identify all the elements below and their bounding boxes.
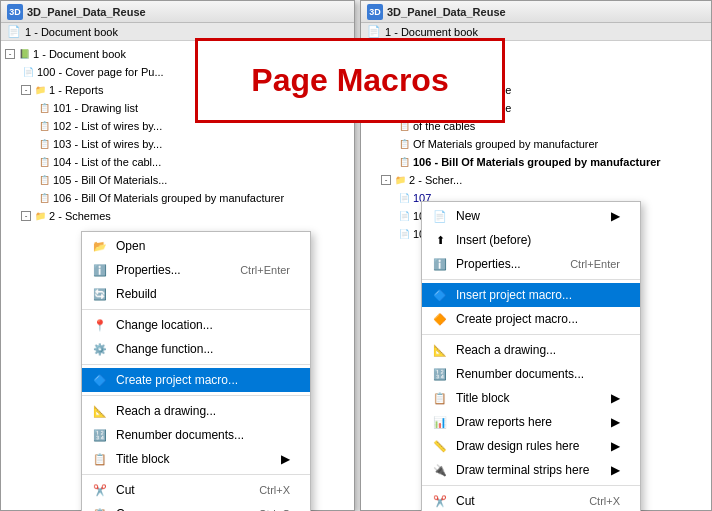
left-subtitle: 1 - Document book (25, 26, 118, 38)
menu-title-block2[interactable]: 📋 Title block ▶ (422, 386, 640, 410)
doc-icon: 📗 (17, 47, 31, 61)
scheme-icon: 📄 (397, 209, 411, 223)
expand-icon[interactable]: - (21, 211, 31, 221)
tree-item[interactable]: 📋 106 - Bill Of Materials grouped by man… (1, 189, 354, 207)
tree-label: 106 - Bill Of Materials grouped by manuf… (53, 190, 284, 206)
submenu-arrow-icon: ▶ (601, 209, 620, 223)
report-icon: 📋 (37, 119, 51, 133)
title-icon: 📋 (430, 390, 450, 406)
menu-separator (82, 474, 310, 475)
menu-draw-reports[interactable]: 📊 Draw reports here ▶ (422, 410, 640, 434)
renumber-icon: 🔢 (90, 427, 110, 443)
menu-change-function[interactable]: ⚙️ Change function... (82, 337, 310, 361)
report-icon: 📋 (37, 101, 51, 115)
menu-label: Properties... (116, 263, 181, 277)
expand-icon[interactable]: - (5, 49, 15, 59)
tree-item[interactable]: 📋 103 - List of wires by... (1, 135, 354, 153)
menu-separator (82, 309, 310, 310)
menu-label: Draw reports here (456, 415, 552, 429)
menu-rebuild[interactable]: 🔄 Rebuild (82, 282, 310, 306)
page-macros-popup: Page Macros (195, 38, 505, 123)
tree-label: 2 - Scher... (409, 172, 462, 188)
expand-icon[interactable]: - (381, 175, 391, 185)
expand-icon[interactable]: - (21, 85, 31, 95)
rebuild-icon: 🔄 (90, 286, 110, 302)
menu-label: Copy (116, 507, 144, 511)
left-title-bar: 3D 3D_Panel_Data_Reuse (1, 1, 354, 23)
report-icon: 📋 (37, 191, 51, 205)
menu-label: Renumber documents... (116, 428, 244, 442)
menu-change-location[interactable]: 📍 Change location... (82, 313, 310, 337)
menu-draw-terminal[interactable]: 🔌 Draw terminal strips here ▶ (422, 458, 640, 482)
menu-label: Change function... (116, 342, 213, 356)
menu-properties[interactable]: ℹ️ Properties... Ctrl+Enter (82, 258, 310, 282)
menu-reach-drawing[interactable]: 📐 Reach a drawing... (82, 399, 310, 423)
plc-icon: 📄 (397, 227, 411, 241)
tree-item[interactable]: 📋 104 - List of the cabl... (1, 153, 354, 171)
submenu-arrow-icon: ▶ (601, 439, 620, 453)
menu-separator (422, 279, 640, 280)
menu-cut2[interactable]: ✂️ Cut Ctrl+X (422, 489, 640, 511)
tree-label: 104 - List of the cabl... (53, 154, 161, 170)
menu-insert-before[interactable]: ⬆ Insert (before) (422, 228, 640, 252)
scissors-icon: ✂️ (430, 493, 450, 509)
menu-label: Reach a drawing... (456, 343, 556, 357)
left-subtitle-icon: 📄 (7, 25, 21, 38)
menu-label: Title block (116, 452, 170, 466)
tree-item[interactable]: - 📁 2 - Schemes (1, 207, 354, 221)
left-title: 3D_Panel_Data_Reuse (27, 6, 146, 18)
folder-open-icon: 📂 (90, 238, 110, 254)
menu-renumber[interactable]: 🔢 Renumber documents... (82, 423, 310, 447)
rules-icon: 📏 (430, 438, 450, 454)
menu-shortcut: Ctrl+Enter (220, 264, 290, 276)
menu-draw-design-rules[interactable]: 📏 Draw design rules here ▶ (422, 434, 640, 458)
menu-copy[interactable]: 📋 Copy Ctrl+C (82, 502, 310, 511)
menu-shortcut: Ctrl+X (239, 484, 290, 496)
drawing-icon: 📐 (430, 342, 450, 358)
menu-reach-drawing2[interactable]: 📐 Reach a drawing... (422, 338, 640, 362)
scissors-icon: ✂️ (90, 482, 110, 498)
terminal-icon: 🔌 (430, 462, 450, 478)
right-context-menu: 📄 New ▶ ⬆ Insert (before) ℹ️ Properties.… (421, 201, 641, 511)
tree-item[interactable]: 📋 Of Materials grouped by manufacturer (361, 135, 711, 153)
menu-label: Insert (before) (456, 233, 531, 247)
menu-create-project-macro2[interactable]: 🔶 Create project macro... (422, 307, 640, 331)
tree-label: 106 - Bill Of Materials grouped by manuf… (413, 154, 661, 170)
menu-label: Insert project macro... (456, 288, 572, 302)
menu-new[interactable]: 📄 New ▶ (422, 204, 640, 228)
folder-icon: 📁 (393, 173, 407, 187)
menu-title-block[interactable]: 📋 Title block ▶ (82, 447, 310, 471)
menu-label: Open (116, 239, 145, 253)
tree-label: 1 - Reports (49, 82, 103, 98)
menu-properties2[interactable]: ℹ️ Properties... Ctrl+Enter (422, 252, 640, 276)
title-icon: 📋 (90, 451, 110, 467)
tree-label: 101 - Drawing list (53, 100, 138, 116)
menu-label: Reach a drawing... (116, 404, 216, 418)
menu-label: Cut (456, 494, 475, 508)
tree-label: 1 - Document book (33, 46, 126, 62)
tree-label: 2 - Schemes (49, 208, 111, 221)
menu-open[interactable]: 📂 Open (82, 234, 310, 258)
menu-label: New (456, 209, 480, 223)
menu-cut[interactable]: ✂️ Cut Ctrl+X (82, 478, 310, 502)
tree-item[interactable]: - 📁 2 - Scher... (361, 171, 711, 189)
menu-renumber2[interactable]: 🔢 Renumber documents... (422, 362, 640, 386)
report-icon: 📋 (37, 173, 51, 187)
submenu-arrow-icon: ▶ (601, 463, 620, 477)
menu-create-project-macro[interactable]: 🔷 Create project macro... (82, 368, 310, 392)
macro-icon: 🔷 (90, 372, 110, 388)
right-title: 3D_Panel_Data_Reuse (387, 6, 506, 18)
tree-label: 105 - Bill Of Materials... (53, 172, 167, 188)
drawing-icon: 📐 (90, 403, 110, 419)
menu-label: Renumber documents... (456, 367, 584, 381)
menu-label: Change location... (116, 318, 213, 332)
menu-separator (422, 485, 640, 486)
tree-item[interactable]: 📋 106 - Bill Of Materials grouped by man… (361, 153, 711, 171)
tree-item[interactable]: 📋 105 - Bill Of Materials... (1, 171, 354, 189)
insert-icon: ⬆ (430, 232, 450, 248)
scheme-icon: 📄 (397, 191, 411, 205)
menu-insert-project-macro[interactable]: 🔷 Insert project macro... (422, 283, 640, 307)
menu-label: Rebuild (116, 287, 157, 301)
info-icon: ℹ️ (430, 256, 450, 272)
submenu-arrow-icon: ▶ (601, 391, 620, 405)
